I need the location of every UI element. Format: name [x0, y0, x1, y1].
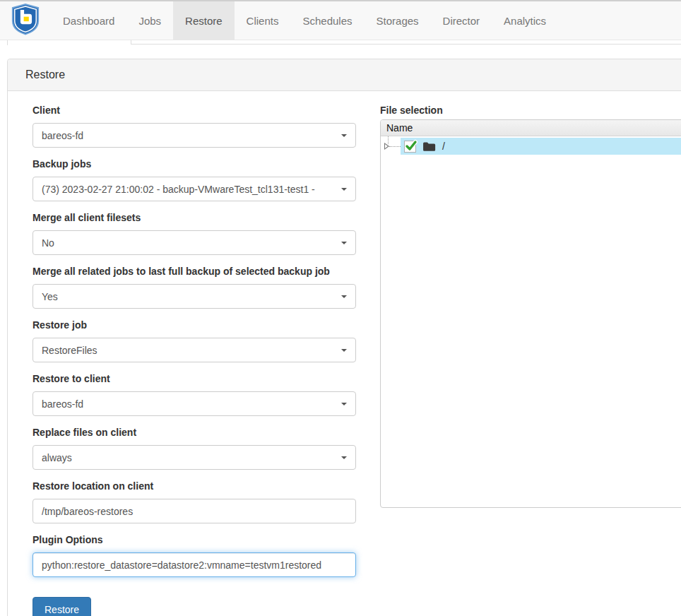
restore-panel: Restore Client bareos-fd Backup jobs (73…: [7, 59, 681, 616]
bareos-shield-icon: [11, 3, 40, 38]
nav-item-jobs[interactable]: Jobs: [126, 1, 173, 40]
brand-logo[interactable]: [0, 1, 51, 40]
restore-to-client-select[interactable]: bareos-fd: [32, 391, 356, 416]
nav-item-storages[interactable]: Storages: [365, 1, 431, 40]
client-label: Client: [32, 105, 356, 117]
backup-jobs-label: Backup jobs: [32, 158, 356, 170]
dropdown-caret-icon: [341, 295, 347, 298]
nav-item-clients[interactable]: Clients: [235, 1, 291, 40]
replace-files-label: Replace files on client: [32, 427, 356, 439]
merge-filesets-label: Merge all client filesets: [32, 212, 356, 224]
client-group: Client bareos-fd: [32, 105, 356, 148]
merge-related-jobs-select-value: Yes: [42, 291, 336, 302]
plugin-options-group: Plugin Options: [32, 534, 356, 577]
file-tree: /: [381, 136, 681, 165]
nav-item-analytics[interactable]: Analytics: [492, 1, 558, 40]
restore-location-input[interactable]: [32, 499, 356, 523]
client-select-value: bareos-fd: [42, 130, 336, 141]
nav-item-schedules[interactable]: Schedules: [290, 1, 364, 40]
backup-jobs-select-value: (73) 2023-02-27 21:00:02 - backup-VMware…: [42, 184, 336, 195]
restore-job-group: Restore job RestoreFiles: [32, 319, 356, 362]
tree-expander-icon[interactable]: [384, 143, 389, 150]
dropdown-caret-icon: [341, 242, 347, 244]
restore-location-group: Restore location on client: [32, 480, 356, 523]
panel-body: Client bareos-fd Backup jobs (73) 2023-0…: [8, 91, 681, 616]
backup-jobs-select[interactable]: (73) 2023-02-27 21:00:02 - backup-VMware…: [32, 177, 356, 201]
restore-job-select[interactable]: RestoreFiles: [32, 338, 356, 362]
dropdown-caret-icon: [341, 456, 347, 459]
restore-to-client-label: Restore to client: [32, 373, 356, 385]
restore-button[interactable]: Restore: [32, 597, 91, 616]
merge-filesets-select-value: No: [42, 237, 336, 249]
tree-node-label[interactable]: /: [442, 141, 445, 152]
merge-related-jobs-select[interactable]: Yes: [32, 284, 356, 309]
restore-form: Client bareos-fd Backup jobs (73) 2023-0…: [32, 105, 356, 616]
file-selection-panel: Name /: [380, 119, 681, 508]
restore-to-client-group: Restore to client bareos-fd: [32, 373, 356, 416]
restore-job-select-value: RestoreFiles: [42, 345, 336, 356]
merge-filesets-select[interactable]: No: [32, 230, 356, 255]
top-navbar: Dashboard Jobs Restore Clients Schedules…: [0, 0, 681, 40]
dropdown-caret-icon: [341, 188, 347, 191]
dropdown-caret-icon: [341, 403, 347, 405]
file-selection-title: File selection: [380, 105, 443, 116]
plugin-options-label: Plugin Options: [32, 534, 356, 546]
tab-edge-left: [7, 40, 8, 45]
file-tree-name-header[interactable]: Name: [381, 120, 681, 136]
tree-checkbox-checked[interactable]: [404, 141, 416, 153]
nav-item-dashboard[interactable]: Dashboard: [51, 1, 126, 40]
folder-icon: [422, 141, 436, 152]
panel-title: Restore: [8, 59, 681, 91]
restore-job-label: Restore job: [32, 319, 356, 331]
client-select[interactable]: bareos-fd: [32, 123, 356, 148]
dropdown-caret-icon: [341, 134, 347, 137]
merge-filesets-group: Merge all client filesets No: [32, 212, 356, 255]
plugin-options-input[interactable]: [32, 552, 356, 577]
replace-files-select-value: always: [42, 452, 336, 463]
dropdown-caret-icon: [341, 349, 347, 352]
replace-files-group: Replace files on client always: [32, 427, 356, 470]
replace-files-select[interactable]: always: [32, 445, 356, 470]
nav-item-director[interactable]: Director: [431, 1, 492, 40]
tree-row-root[interactable]: /: [401, 138, 681, 155]
tab-border: [131, 44, 681, 45]
restore-to-client-select-value: bareos-fd: [42, 398, 336, 410]
nav-item-restore[interactable]: Restore: [173, 1, 235, 40]
merge-related-jobs-group: Merge all related jobs to last full back…: [32, 266, 356, 309]
merge-related-jobs-label: Merge all related jobs to last full back…: [32, 266, 356, 278]
restore-location-label: Restore location on client: [32, 480, 356, 492]
tree-connector-horizontal: [389, 146, 401, 147]
backup-jobs-group: Backup jobs (73) 2023-02-27 21:00:02 - b…: [32, 158, 356, 201]
